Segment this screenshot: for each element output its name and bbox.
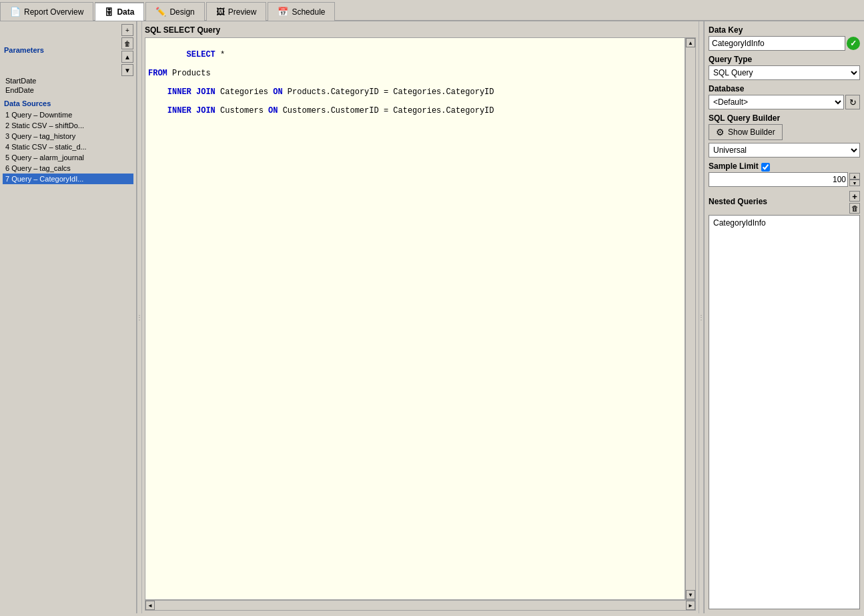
tab-design[interactable]: ✏️ Design <box>145 2 204 21</box>
parameters-header: Parameters <box>3 44 45 56</box>
datasource-item-7[interactable]: 7 Query – CategoryIdI... <box>3 174 133 184</box>
sample-limit-label: Sample Limit <box>709 162 759 171</box>
builder-type-select[interactable]: Universal MySQL MSSQL <box>709 143 860 158</box>
sample-limit-checkbox[interactable] <box>761 163 770 172</box>
sample-limit-spinner: ▲ ▼ <box>849 173 860 186</box>
builder-type-select-row: Universal MySQL MSSQL <box>709 143 860 158</box>
data-key-input-row: ✓ <box>709 36 860 51</box>
query-type-select-row: SQL Query Tag History Named Query <box>709 65 860 80</box>
center-panel: SQL SELECT Query SELECT * FROM Products … <box>142 21 699 613</box>
sample-limit-increment-button[interactable]: ▲ <box>849 173 860 180</box>
sql-scrollbar-vertical[interactable]: ▲ ▼ <box>685 37 696 600</box>
datasource-item-3[interactable]: 3 Query – tag_history <box>3 131 133 141</box>
query-type-section: Query Type SQL Query Tag History Named Q… <box>709 55 860 80</box>
scroll-down-button[interactable]: ▼ <box>686 590 695 599</box>
scroll-left-button[interactable]: ◄ <box>145 601 155 610</box>
show-builder-button[interactable]: ⚙ Show Builder <box>709 124 783 140</box>
tab-report-overview[interactable]: 📄 Report Overview <box>0 2 93 21</box>
nested-queries-section: Nested Queries + 🗑 CategoryIdInfo <box>709 191 860 609</box>
nested-query-item-1[interactable]: CategoryIdInfo <box>711 217 858 229</box>
database-section: Database <Default> ↻ <box>709 84 860 109</box>
add-parameter-button[interactable]: + <box>121 24 133 36</box>
data-key-check-icon: ✓ <box>847 37 860 50</box>
delete-parameter-button[interactable]: 🗑 <box>121 37 133 49</box>
datasource-item-4[interactable]: 4 Static CSV – static_d... <box>3 141 133 152</box>
tab-preview-label: Preview <box>228 7 257 17</box>
delete-nested-query-button[interactable]: 🗑 <box>849 203 860 214</box>
data-key-input[interactable] <box>709 36 845 51</box>
parameters-toolbar: + 🗑 ▲ ▼ <box>121 24 133 76</box>
sample-limit-input[interactable] <box>709 172 848 187</box>
sql-query-builder-section: SQL Query Builder ⚙ Show Builder Univers… <box>709 113 860 158</box>
param-enddate[interactable]: EndDate <box>3 85 133 95</box>
sql-scrollbar-horizontal[interactable]: ◄ ► <box>145 600 696 611</box>
nested-queries-actions: + 🗑 <box>849 191 860 214</box>
database-label: Database <box>709 84 860 93</box>
datasources-header: Data Sources <box>3 97 133 109</box>
sql-editor[interactable]: SELECT * FROM Products INNER JOIN Catego… <box>145 37 685 600</box>
preview-icon: 🖼 <box>216 7 225 17</box>
left-panel: Parameters + 🗑 ▲ ▼ StartDate EndDate Dat… <box>0 21 137 613</box>
parameters-section: Parameters + 🗑 ▲ ▼ StartDate EndDate <box>3 24 133 95</box>
scroll-right-button[interactable]: ► <box>686 601 695 610</box>
move-up-parameter-button[interactable]: ▲ <box>121 51 133 63</box>
nested-queries-label: Nested Queries <box>709 197 767 206</box>
tab-schedule[interactable]: 📅 Schedule <box>268 2 335 21</box>
datasources-section: Data Sources 1 Query – Downtime 2 Static… <box>3 97 133 611</box>
sample-limit-row: Sample Limit <box>709 162 860 172</box>
datasource-item-2[interactable]: 2 Static CSV – shiftDo... <box>3 120 133 131</box>
tab-preview[interactable]: 🖼 Preview <box>206 2 267 21</box>
tab-data[interactable]: 🗄 Data <box>95 2 144 21</box>
nested-queries-list: CategoryIdInfo <box>709 215 860 609</box>
design-icon: ✏️ <box>155 7 166 17</box>
data-key-section: Data Key ✓ <box>709 25 860 51</box>
schedule-icon: 📅 <box>278 7 288 17</box>
tab-design-label: Design <box>169 7 194 17</box>
parameters-header-row: Parameters + 🗑 ▲ ▼ <box>3 24 133 76</box>
sample-limit-section: Sample Limit ▲ ▼ <box>709 162 860 187</box>
move-down-parameter-button[interactable]: ▼ <box>121 64 133 76</box>
main-layout: Parameters + 🗑 ▲ ▼ StartDate EndDate Dat… <box>0 21 864 613</box>
datasource-item-6[interactable]: 6 Query – tag_calcs <box>3 163 133 174</box>
param-startdate[interactable]: StartDate <box>3 76 133 85</box>
datasource-item-5[interactable]: 5 Query – alarm_journal <box>3 152 133 163</box>
report-overview-icon: 📄 <box>10 7 21 17</box>
editor-container: SELECT * FROM Products INNER JOIN Catego… <box>145 37 696 600</box>
data-icon: 🗄 <box>105 7 113 17</box>
right-divider[interactable]: ⋮ <box>699 21 704 613</box>
add-nested-query-button[interactable]: + <box>849 191 860 202</box>
show-builder-label: Show Builder <box>728 127 775 137</box>
tab-report-overview-label: Report Overview <box>24 7 83 17</box>
sample-limit-decrement-button[interactable]: ▼ <box>849 180 860 186</box>
right-panel: Data Key ✓ Query Type SQL Query Tag Hist… <box>704 21 864 613</box>
sample-limit-input-row: ▲ ▼ <box>709 172 860 187</box>
builder-icon: ⚙ <box>716 127 725 137</box>
data-key-label: Data Key <box>709 25 860 35</box>
sql-query-builder-label: SQL Query Builder <box>709 113 860 123</box>
sql-header: SQL SELECT Query <box>145 24 696 36</box>
left-divider[interactable]: ⋮ <box>137 21 142 613</box>
nested-queries-header-row: Nested Queries + 🗑 <box>709 191 860 214</box>
tab-schedule-label: Schedule <box>292 7 325 17</box>
tab-bar: 📄 Report Overview 🗄 Data ✏️ Design 🖼 Pre… <box>0 0 864 21</box>
database-select-row: <Default> ↻ <box>709 95 860 109</box>
tab-data-label: Data <box>117 7 134 17</box>
scroll-up-button[interactable]: ▲ <box>686 38 695 47</box>
database-refresh-button[interactable]: ↻ <box>845 95 860 109</box>
database-select[interactable]: <Default> <box>709 95 844 109</box>
datasource-item-1[interactable]: 1 Query – Downtime <box>3 109 133 120</box>
query-type-label: Query Type <box>709 55 860 64</box>
query-type-select[interactable]: SQL Query Tag History Named Query <box>709 65 860 80</box>
